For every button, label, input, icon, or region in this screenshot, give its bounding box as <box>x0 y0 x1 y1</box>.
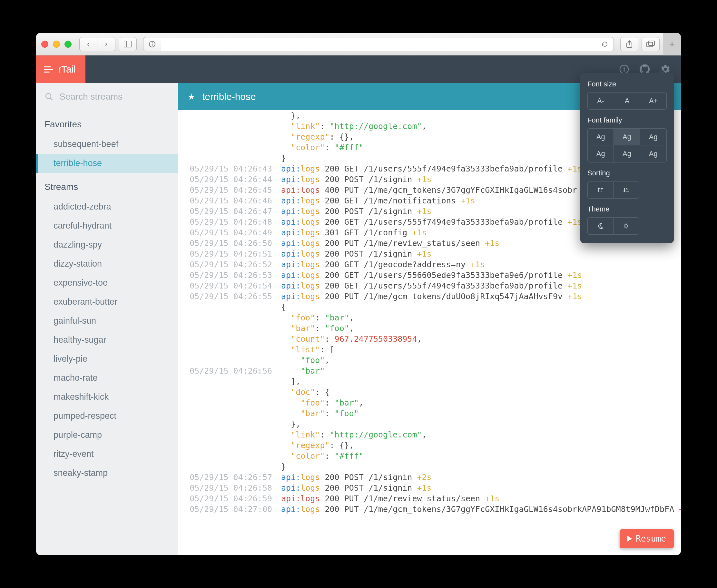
app: rTail Font size A- A A+ <box>36 56 681 555</box>
log-timestamp: 05/29/15 04:26:46 <box>178 195 281 206</box>
favorite-item[interactable]: subsequent-beef <box>36 135 178 154</box>
stream-item[interactable]: lively-pie <box>36 350 178 369</box>
log-message: api:logs 200 PUT /1/me/gcm_tokens/duUOo8… <box>281 291 681 302</box>
stream-item[interactable]: addicted-zebra <box>36 197 178 216</box>
svg-line-25 <box>628 224 628 224</box>
font-size-default[interactable]: A <box>614 92 640 109</box>
sidebar: Search streams Favorites subsequent-beef… <box>36 83 178 555</box>
address-bar <box>143 37 614 51</box>
font-size-decrease[interactable]: A- <box>588 92 614 109</box>
back-button[interactable]: ‹ <box>79 37 97 51</box>
stream-item[interactable]: sneaky-stamp <box>36 464 178 483</box>
search-icon <box>44 92 54 101</box>
svg-rect-4 <box>152 42 152 43</box>
log-row: "bar": "foo", <box>178 323 681 334</box>
moon-icon <box>597 223 604 230</box>
sorting-options <box>587 181 639 198</box>
stream-item[interactable]: dizzy-station <box>36 254 178 273</box>
svg-line-24 <box>628 228 628 228</box>
svg-point-27 <box>46 93 51 99</box>
svg-line-23 <box>624 224 625 224</box>
search-streams[interactable]: Search streams <box>36 83 178 110</box>
sort-asc-button[interactable] <box>588 182 613 198</box>
svg-line-26 <box>624 228 625 228</box>
sort-desc-button[interactable] <box>613 182 639 198</box>
favorite-item[interactable]: terrible-hose <box>36 154 178 173</box>
font-family-2[interactable]: Ag <box>614 129 640 145</box>
sidebar-toggle-button[interactable] <box>119 37 137 51</box>
font-size-options: A- A A+ <box>587 92 667 110</box>
log-row: "foo": "bar", <box>178 312 681 323</box>
log-row: 05/29/15 04:26:54api:logs 200 GET /1/use… <box>178 280 681 291</box>
log-message: api:logs 200 GET /1/users/555f7494e9fa35… <box>281 280 681 291</box>
sun-icon <box>623 223 630 230</box>
font-family-6[interactable]: Ag <box>640 145 667 162</box>
browser-window: ‹ › + rTail <box>36 33 681 555</box>
stream-item[interactable]: pumped-respect <box>36 406 178 425</box>
stream-item[interactable]: gainful-sun <box>36 311 178 331</box>
forward-button[interactable]: › <box>97 37 115 51</box>
stream-item[interactable]: expensive-toe <box>36 273 178 292</box>
svg-line-28 <box>50 98 52 100</box>
theme-dark-button[interactable] <box>588 217 613 234</box>
log-row: "color": "#fff" <box>178 451 681 461</box>
stream-item[interactable]: ritzy-event <box>36 444 178 464</box>
new-tab-button[interactable]: + <box>663 33 681 56</box>
log-message: api:logs 200 PUT /1/me/gcm_tokens/3G7ggY… <box>281 504 681 514</box>
sorting-heading: Sorting <box>587 169 667 177</box>
nav-buttons: ‹ › <box>79 37 115 51</box>
url-field[interactable] <box>161 37 614 51</box>
close-window-button[interactable] <box>41 41 48 48</box>
log-row: 05/29/15 04:26:55api:logs 200 PUT /1/me/… <box>178 291 681 302</box>
log-row: 05/29/15 04:26:57api:logs 200 POST /1/si… <box>178 472 681 483</box>
favorite-star-icon[interactable]: ★ <box>188 92 195 102</box>
window-controls <box>41 41 71 48</box>
sort-asc-icon <box>597 186 604 193</box>
minimize-window-button[interactable] <box>53 41 60 48</box>
font-family-1[interactable]: Ag <box>588 129 614 145</box>
font-family-4[interactable]: Ag <box>588 145 614 162</box>
font-family-options: Ag Ag Ag Ag Ag Ag <box>587 128 667 163</box>
stream-item[interactable]: purple-camp <box>36 425 178 444</box>
stream-item[interactable]: healthy-sugar <box>36 331 178 350</box>
font-size-heading: Font size <box>587 80 667 88</box>
brand[interactable]: rTail <box>36 56 85 83</box>
log-timestamp: 05/29/15 04:26:52 <box>178 259 281 270</box>
stream-item[interactable]: macho-rate <box>36 369 178 387</box>
zoom-window-button[interactable] <box>64 41 71 48</box>
stream-item[interactable]: makeshift-kick <box>36 387 178 406</box>
log-timestamp: 05/29/15 04:26:54 <box>178 280 281 291</box>
log-timestamp: 05/29/15 04:26:55 <box>178 291 281 302</box>
sort-desc-icon <box>623 186 630 193</box>
stream-item[interactable]: exuberant-butter <box>36 292 178 311</box>
theme-heading: Theme <box>587 205 667 213</box>
theme-light-button[interactable] <box>613 217 639 234</box>
log-message: api:logs 200 POST /1/signin +1s <box>281 483 681 493</box>
log-row: 05/29/15 04:26:52api:logs 200 GET /1/geo… <box>178 259 681 270</box>
browser-toolbar: ‹ › + <box>36 33 681 56</box>
theme-options <box>587 217 639 235</box>
settings-panel: Font size A- A A+ Font family Ag Ag Ag A… <box>580 73 674 243</box>
log-timestamp: 05/29/15 04:26:48 <box>178 217 281 227</box>
search-placeholder: Search streams <box>59 91 123 102</box>
log-row: 05/29/15 04:26:53api:logs 200 GET /1/use… <box>178 270 681 280</box>
stream-item[interactable]: dazzling-spy <box>36 235 178 254</box>
svg-rect-10 <box>624 68 625 71</box>
svg-rect-0 <box>124 41 131 47</box>
reload-icon <box>601 41 608 48</box>
font-size-increase[interactable]: A+ <box>640 92 667 109</box>
site-info-button[interactable] <box>143 37 161 51</box>
log-message: api:logs 200 GET /1/users/556605ede9fa35… <box>281 270 681 280</box>
tabs-button[interactable] <box>641 37 660 51</box>
resume-button[interactable]: Resume <box>620 529 674 548</box>
font-family-heading: Font family <box>587 116 667 124</box>
log-timestamp: 05/29/15 04:26:45 <box>178 185 281 195</box>
log-row: 05/29/15 04:26:59api:logs 200 PUT /1/me/… <box>178 493 681 504</box>
log-row: "list": [ <box>178 344 681 355</box>
stream-item[interactable]: careful-hydrant <box>36 216 178 235</box>
log-row: "foo": "bar", <box>178 398 681 408</box>
log-timestamp: 05/29/15 04:26:59 <box>178 493 281 504</box>
font-family-3[interactable]: Ag <box>640 129 667 145</box>
share-button[interactable] <box>620 37 638 51</box>
font-family-5[interactable]: Ag <box>614 145 640 162</box>
